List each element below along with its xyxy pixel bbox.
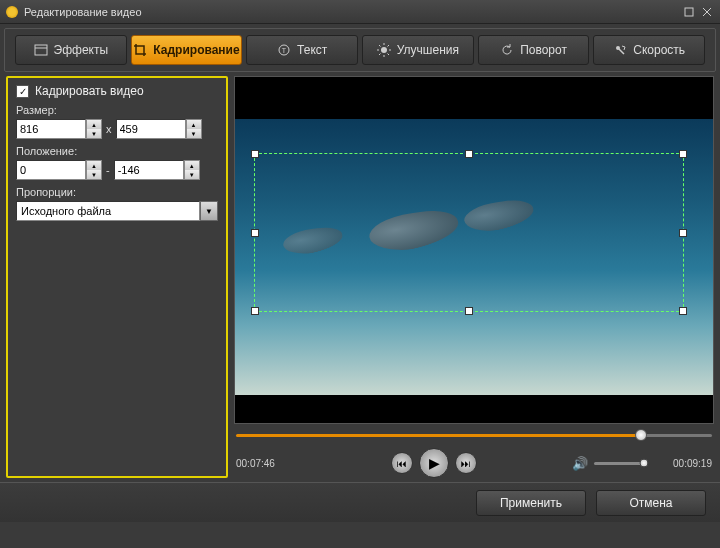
volume-icon[interactable]: 🔊	[572, 456, 588, 471]
chevron-down-icon[interactable]: ▼	[187, 129, 201, 138]
crop-checkbox-row[interactable]: ✓ Кадрировать видео	[16, 84, 218, 98]
svg-line-13	[387, 54, 389, 56]
tab-effects-label: Эффекты	[54, 43, 109, 57]
cancel-button[interactable]: Отмена	[596, 490, 706, 516]
size-width-input[interactable]	[16, 119, 86, 139]
enhance-icon	[377, 43, 391, 57]
pos-x-field[interactable]: ▲▼	[16, 160, 102, 180]
tab-enhance[interactable]: Улучшения	[362, 35, 474, 65]
size-width-spinner[interactable]: ▲▼	[86, 119, 102, 139]
ratio-label: Пропорции:	[16, 186, 218, 198]
skip-back-icon: ⏮	[397, 458, 407, 469]
titlebar: Редактирование видео	[0, 0, 720, 24]
crop-checkbox[interactable]: ✓	[16, 85, 29, 98]
position-label: Положение:	[16, 145, 218, 157]
footer: Применить Отмена	[0, 482, 720, 522]
restore-icon	[684, 7, 694, 17]
chevron-up-icon[interactable]: ▲	[87, 120, 101, 129]
seek-thumb[interactable]	[635, 429, 647, 441]
size-label: Размер:	[16, 104, 218, 116]
svg-point-7	[381, 47, 387, 53]
pos-y-field[interactable]: ▲▼	[114, 160, 200, 180]
prev-button[interactable]: ⏮	[391, 452, 413, 474]
apply-button[interactable]: Применить	[476, 490, 586, 516]
window-close-button[interactable]	[700, 5, 714, 19]
chevron-up-icon[interactable]: ▲	[187, 120, 201, 129]
close-icon	[702, 7, 712, 17]
crop-checkbox-label: Кадрировать видео	[35, 84, 144, 98]
svg-line-12	[379, 45, 381, 47]
size-height-spinner[interactable]: ▲▼	[186, 119, 202, 139]
size-separator: x	[106, 123, 112, 135]
effects-icon	[34, 43, 48, 57]
video-content	[463, 197, 536, 234]
speed-icon	[613, 43, 627, 57]
tab-text[interactable]: T Текст	[246, 35, 358, 65]
video-preview[interactable]	[234, 76, 714, 424]
preview-pane: 00:07:46 ⏮ ▶ ⏭ 🔊 00:09:19	[234, 76, 714, 478]
ratio-dropdown-button[interactable]: ▼	[200, 201, 218, 221]
video-content	[281, 225, 344, 257]
svg-line-15	[387, 45, 389, 47]
main-area: ✓ Кадрировать видео Размер: ▲▼ x ▲▼ Поло…	[0, 76, 720, 478]
tab-rotate[interactable]: Поворот	[478, 35, 590, 65]
tab-text-label: Текст	[297, 43, 327, 57]
video-content	[367, 207, 461, 255]
size-height-input[interactable]	[116, 119, 186, 139]
tab-speed-label: Скорость	[633, 43, 685, 57]
tab-crop-label: Кадрирование	[153, 43, 239, 57]
svg-line-14	[379, 54, 381, 56]
tab-crop[interactable]: Кадрирование	[131, 35, 243, 65]
pos-y-input[interactable]	[114, 160, 184, 180]
tabbar: Эффекты Кадрирование T Текст Улучшения П…	[4, 28, 716, 72]
pos-x-spinner[interactable]: ▲▼	[86, 160, 102, 180]
volume-thumb[interactable]	[640, 459, 649, 468]
svg-rect-3	[35, 45, 47, 55]
size-width-field[interactable]: ▲▼	[16, 119, 102, 139]
play-icon: ▶	[429, 455, 440, 471]
size-height-field[interactable]: ▲▼	[116, 119, 202, 139]
chevron-up-icon[interactable]: ▲	[185, 161, 199, 170]
chevron-down-icon[interactable]: ▼	[87, 170, 101, 179]
window-restore-button[interactable]	[682, 5, 696, 19]
seek-bar[interactable]	[236, 428, 712, 442]
time-total: 00:09:19	[652, 458, 712, 469]
rotate-icon	[500, 43, 514, 57]
window-title: Редактирование видео	[24, 6, 142, 18]
ratio-select[interactable]: ▼	[16, 201, 218, 221]
tab-rotate-label: Поворот	[520, 43, 567, 57]
ratio-value[interactable]	[16, 201, 200, 221]
crop-icon	[133, 43, 147, 57]
video-frame	[235, 119, 713, 396]
chevron-down-icon[interactable]: ▼	[185, 170, 199, 179]
pos-x-input[interactable]	[16, 160, 86, 180]
crop-panel: ✓ Кадрировать видео Размер: ▲▼ x ▲▼ Поло…	[6, 76, 228, 478]
app-icon	[6, 6, 18, 18]
pos-y-spinner[interactable]: ▲▼	[184, 160, 200, 180]
svg-text:T: T	[282, 47, 287, 54]
chevron-down-icon[interactable]: ▼	[87, 129, 101, 138]
skip-forward-icon: ⏭	[461, 458, 471, 469]
pos-separator: -	[106, 164, 110, 176]
volume-control[interactable]: 🔊	[572, 456, 644, 471]
play-button[interactable]: ▶	[419, 448, 449, 478]
svg-rect-0	[685, 8, 693, 16]
tab-speed[interactable]: Скорость	[593, 35, 705, 65]
next-button[interactable]: ⏭	[455, 452, 477, 474]
tab-enhance-label: Улучшения	[397, 43, 459, 57]
time-current: 00:07:46	[236, 458, 296, 469]
chevron-up-icon[interactable]: ▲	[87, 161, 101, 170]
text-icon: T	[277, 43, 291, 57]
playback-controls: 00:07:46 ⏮ ▶ ⏭ 🔊 00:09:19	[234, 424, 714, 478]
tab-effects[interactable]: Эффекты	[15, 35, 127, 65]
volume-track[interactable]	[594, 462, 644, 465]
